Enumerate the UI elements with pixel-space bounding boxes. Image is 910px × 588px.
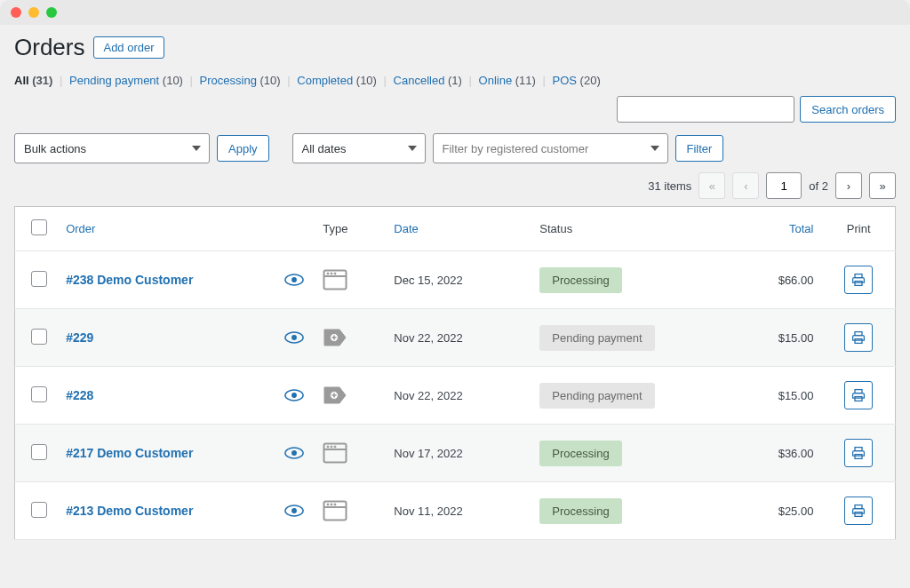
- order-total: $25.00: [713, 482, 822, 540]
- browser-icon: [323, 442, 376, 464]
- order-link[interactable]: #229: [66, 330, 93, 345]
- page-next-button[interactable]: ›: [835, 172, 862, 199]
- window-maximize-icon[interactable]: [46, 7, 57, 18]
- print-button[interactable]: [844, 439, 873, 467]
- order-date: Nov 22, 2022: [385, 367, 531, 425]
- status-badge: Processing: [539, 267, 621, 293]
- order-link[interactable]: #238 Demo Customer: [66, 273, 193, 287]
- column-type: Type: [314, 207, 385, 251]
- browser-icon: [323, 269, 376, 290]
- page-of-text: of 2: [809, 179, 828, 193]
- filter-completed[interactable]: Completed (10): [297, 74, 377, 87]
- filter-online[interactable]: Online (11): [479, 74, 536, 87]
- eye-icon[interactable]: [284, 447, 305, 459]
- items-count: 31 items: [648, 179, 691, 193]
- eye-icon[interactable]: [284, 274, 305, 286]
- page-last-button[interactable]: »: [869, 172, 896, 199]
- filter-processing[interactable]: Processing (10): [200, 74, 281, 87]
- table-row: #217 Demo Customer Nov 17, 2022 Processi…: [15, 425, 896, 482]
- search-orders-button[interactable]: Search orders: [800, 96, 896, 123]
- order-link[interactable]: #217 Demo Customer: [66, 446, 193, 460]
- page-prev-button[interactable]: ‹: [732, 172, 759, 199]
- column-date[interactable]: Date: [385, 207, 531, 251]
- table-row: #213 Demo Customer Nov 11, 2022 Processi…: [15, 482, 896, 540]
- order-date: Nov 17, 2022: [385, 425, 531, 482]
- status-badge: Processing: [539, 498, 621, 524]
- column-print: Print: [822, 207, 895, 251]
- search-input[interactable]: [617, 96, 794, 123]
- customer-filter-select[interactable]: Filter by registered customer: [433, 133, 668, 163]
- order-link[interactable]: #228: [66, 388, 93, 402]
- status-filter-links: All (31) | Pending payment (10) | Proces…: [14, 74, 896, 87]
- order-total: $15.00: [713, 367, 822, 425]
- print-button[interactable]: [844, 381, 873, 409]
- print-button[interactable]: [844, 497, 873, 525]
- eye-icon[interactable]: [284, 505, 305, 517]
- filter-cancelled[interactable]: Cancelled (1): [394, 74, 462, 87]
- order-date: Dec 15, 2022: [385, 251, 531, 309]
- column-total[interactable]: Total: [713, 207, 822, 251]
- order-total: $66.00: [713, 251, 822, 309]
- page-first-button[interactable]: «: [698, 172, 725, 199]
- row-checkbox[interactable]: [31, 386, 47, 402]
- column-order[interactable]: Order: [57, 207, 275, 251]
- window-titlebar: [0, 0, 910, 25]
- table-row: #228 Nov 22, 2022 Pending payment $15.00: [15, 367, 896, 425]
- eye-icon[interactable]: [284, 389, 305, 401]
- eye-icon[interactable]: [284, 331, 305, 344]
- pos-tag-icon: [323, 327, 376, 348]
- order-link[interactable]: #213 Demo Customer: [66, 504, 193, 518]
- table-row: #229 Nov 22, 2022 Pending payment $15.00: [15, 309, 896, 367]
- order-total: $36.00: [713, 425, 822, 482]
- page-title: Orders: [14, 34, 84, 61]
- window-minimize-icon[interactable]: [28, 7, 39, 18]
- order-date: Nov 11, 2022: [385, 482, 531, 540]
- row-checkbox[interactable]: [31, 502, 47, 518]
- filter-all[interactable]: All (31): [14, 74, 52, 87]
- row-checkbox[interactable]: [31, 271, 47, 287]
- add-order-button[interactable]: Add order: [93, 36, 164, 59]
- filter-button[interactable]: Filter: [675, 135, 724, 162]
- status-badge: Processing: [539, 441, 621, 466]
- column-status: Status: [531, 207, 713, 251]
- filter-pending[interactable]: Pending payment (10): [69, 74, 183, 87]
- bulk-actions-select[interactable]: Bulk actions: [14, 133, 210, 163]
- window-close-icon[interactable]: [11, 7, 21, 18]
- order-date: Nov 22, 2022: [385, 309, 531, 367]
- print-button[interactable]: [844, 266, 873, 294]
- page-number-input[interactable]: [766, 172, 802, 199]
- table-row: #238 Demo Customer Dec 15, 2022 Processi…: [15, 251, 896, 309]
- order-total: $15.00: [713, 309, 822, 367]
- row-checkbox[interactable]: [31, 329, 47, 345]
- pos-tag-icon: [323, 385, 376, 406]
- dates-select[interactable]: All dates: [292, 133, 426, 163]
- select-all-checkbox[interactable]: [31, 219, 47, 235]
- row-checkbox[interactable]: [31, 444, 47, 460]
- browser-icon: [323, 500, 376, 521]
- apply-button[interactable]: Apply: [217, 135, 269, 162]
- orders-table: Order Type Date Status Total Print #238 …: [14, 206, 896, 540]
- status-badge: Pending payment: [539, 383, 654, 409]
- filter-pos[interactable]: POS (20): [553, 74, 601, 87]
- print-button[interactable]: [844, 323, 873, 352]
- status-badge: Pending payment: [539, 325, 654, 351]
